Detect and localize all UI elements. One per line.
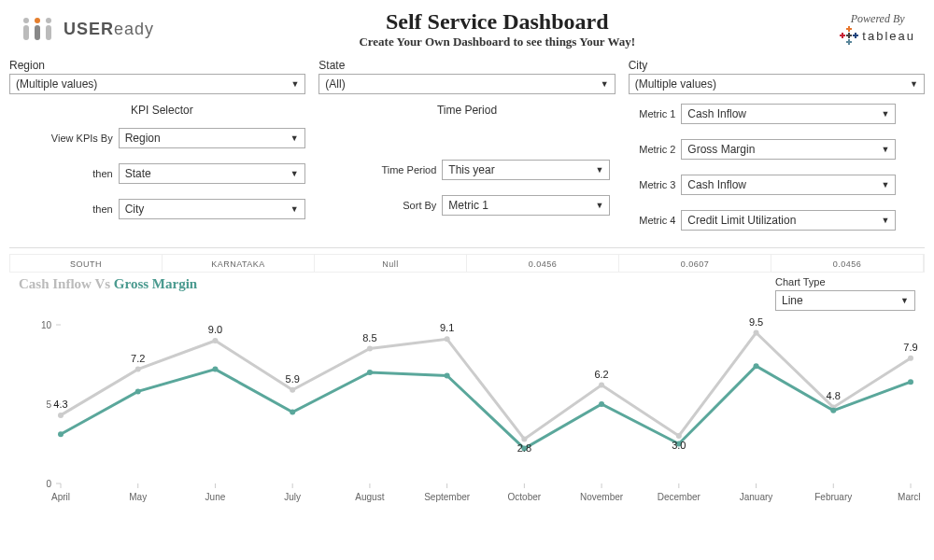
svg-text:4.8: 4.8	[827, 390, 841, 401]
metric3-value: Cash Inflow	[687, 178, 746, 191]
svg-point-2	[46, 18, 51, 23]
svg-text:September: September	[424, 492, 471, 502]
chevron-down-icon: ▼	[881, 145, 889, 154]
svg-rect-11	[842, 33, 843, 38]
svg-text:9.5: 9.5	[749, 316, 763, 328]
time-period-select[interactable]: This year ▼	[442, 160, 610, 180]
svg-text:May: May	[129, 492, 147, 502]
svg-point-46	[58, 413, 64, 418]
svg-text:9.0: 9.0	[208, 324, 222, 335]
filter-state-value: (All)	[325, 77, 345, 91]
filter-state-select[interactable]: (All) ▼	[318, 74, 615, 94]
then-label-2: then	[92, 203, 112, 215]
svg-point-59	[135, 388, 141, 394]
page-title-block: Self Service Dashboard Create Your Own D…	[154, 9, 840, 49]
svg-text:7.9: 7.9	[903, 342, 917, 353]
svg-point-58	[58, 431, 64, 437]
chart-type-select[interactable]: Line ▼	[775, 290, 915, 311]
svg-text:November: November	[580, 492, 624, 502]
svg-point-61	[290, 410, 295, 415]
svg-text:5: 5	[46, 399, 51, 410]
metric4-select[interactable]: Credit Limit Utilization ▼	[681, 210, 896, 231]
chart-title-b: Gross Margin	[114, 276, 197, 291]
time-period-col: Time Period Time Period This year ▼ Sort…	[315, 104, 620, 245]
chevron-down-icon: ▼	[290, 169, 299, 178]
kpi-level1-value: Region	[125, 132, 161, 145]
svg-point-63	[445, 372, 450, 378]
filter-city-select[interactable]: (Multiple values) ▼	[629, 74, 925, 94]
metric3-select[interactable]: Cash Inflow ▼	[681, 175, 896, 195]
filter-city-value: (Multiple values)	[635, 77, 716, 91]
filter-region: Region (Multiple values) ▼	[9, 59, 305, 94]
view-kpis-by-label: View KPIs By	[51, 133, 113, 144]
svg-text:5.9: 5.9	[286, 373, 300, 385]
svg-text:August: August	[355, 492, 384, 502]
kpi-level3-value: City	[125, 203, 145, 216]
metric4-label: Metric 4	[629, 215, 675, 226]
chevron-down-icon: ▼	[595, 165, 603, 175]
header: USEReady Self Service Dashboard Create Y…	[0, 0, 934, 54]
chevron-down-icon: ▼	[290, 133, 299, 143]
page-subtitle: Create Your Own Dashboard to see things …	[154, 35, 840, 49]
svg-point-69	[908, 379, 913, 385]
svg-point-48	[212, 338, 218, 343]
chevron-down-icon: ▼	[290, 204, 299, 214]
svg-text:0: 0	[46, 479, 51, 489]
time-heading: Time Period	[324, 104, 611, 117]
svg-rect-3	[23, 25, 29, 40]
chevron-down-icon: ▼	[881, 216, 889, 225]
data-preview-row: SOUTH KARNATAKA Null 0.0456 0.0607 0.045…	[9, 254, 925, 273]
powered-by: Powered By tableau	[840, 12, 915, 47]
kpi-heading: KPI Selector	[19, 104, 305, 117]
svg-text:July: July	[284, 492, 301, 502]
kpi-level2-value: State	[125, 167, 151, 180]
svg-point-52	[521, 436, 527, 441]
kpi-level3-select[interactable]: City ▼	[119, 199, 305, 219]
chart-type-block: Chart Type Line ▼	[775, 276, 915, 311]
metric4-value: Credit Limit Utilization	[687, 214, 796, 227]
kpi-level1-select[interactable]: Region ▼	[119, 128, 305, 148]
svg-text:October: October	[508, 492, 542, 502]
useready-icon	[19, 16, 56, 44]
time-period-value: This year	[448, 163, 494, 176]
svg-text:6.2: 6.2	[594, 369, 608, 380]
metrics-col: Metric 1 Cash Inflow ▼ Metric 2 Gross Ma…	[619, 104, 925, 245]
svg-point-51	[445, 336, 450, 342]
time-period-label: Time Period	[381, 164, 436, 175]
chevron-down-icon: ▼	[910, 79, 918, 89]
svg-rect-7	[846, 28, 852, 30]
sort-by-select[interactable]: Metric 1 ▼	[442, 195, 610, 216]
svg-text:3.0: 3.0	[672, 440, 686, 451]
svg-text:June: June	[205, 492, 226, 502]
chevron-down-icon: ▼	[595, 201, 603, 210]
svg-text:March: March	[898, 492, 920, 502]
metric1-select[interactable]: Cash Inflow ▼	[681, 104, 896, 124]
svg-text:February: February	[814, 492, 852, 502]
kpi-level2-select[interactable]: State ▼	[119, 163, 305, 184]
svg-rect-15	[846, 35, 852, 36]
tableau-icon	[840, 26, 858, 45]
then-label-1: then	[92, 168, 112, 179]
data-cell-5: 0.0607	[619, 255, 771, 272]
filter-region-select[interactable]: (Multiple values) ▼	[9, 74, 305, 94]
metric1-label: Metric 1	[629, 108, 675, 119]
chevron-down-icon: ▼	[290, 79, 299, 89]
svg-point-67	[754, 363, 759, 369]
chart-title-vs: Vs	[92, 276, 114, 291]
svg-text:9.1: 9.1	[440, 322, 454, 333]
svg-text:April: April	[51, 492, 70, 502]
data-cell-1: SOUTH	[10, 255, 163, 272]
svg-point-49	[290, 387, 295, 393]
useready-logo: USEReady	[19, 16, 154, 44]
svg-point-55	[754, 330, 759, 336]
chart-type-value: Line	[782, 294, 803, 307]
top-filters: Region (Multiple values) ▼ State (All) ▼…	[0, 54, 934, 102]
filter-region-label: Region	[9, 59, 305, 72]
chevron-down-icon: ▼	[900, 296, 909, 305]
useready-text: USEReady	[64, 20, 154, 39]
filter-state-label: State	[318, 59, 615, 72]
metric2-select[interactable]: Gross Margin ▼	[681, 139, 896, 160]
svg-point-65	[599, 401, 604, 407]
chart-title: Cash Inflow Vs Gross Margin	[19, 276, 197, 292]
svg-text:2.8: 2.8	[517, 442, 531, 454]
